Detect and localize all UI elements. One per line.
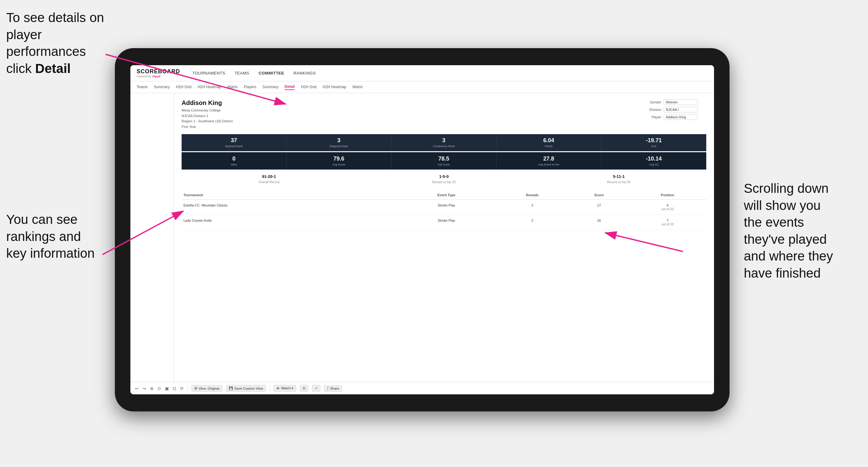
record-top25-label: Record vs top 25	[432, 180, 456, 184]
stat-label-points: Points	[498, 145, 599, 148]
col-rounds: Rounds	[495, 191, 569, 200]
record-top50-value: 5-11-1	[531, 174, 706, 179]
stat-label-wins: Wins	[183, 163, 285, 166]
record-top25: 1-5-0 Record vs top 25	[356, 174, 531, 184]
stats-row-1: 37 National Rank 3 Regional Rank 3 Confe…	[182, 134, 706, 151]
stat-avg-par: 27.8 Avg Score to Par	[496, 152, 601, 169]
stat-value-points: 6.04	[498, 137, 599, 144]
stat-value-avg-sg: -10.14	[603, 156, 705, 162]
rounds-1: 2	[495, 199, 569, 215]
stat-value-regional: 3	[288, 137, 390, 144]
subnav-matrix[interactable]: Matrix	[227, 85, 238, 90]
score-2: 16	[569, 215, 629, 230]
subnav-h2h-heatmap2[interactable]: H2H Heatmap	[322, 85, 346, 90]
stat-adj-score: 78.5 Adj Score	[392, 152, 496, 169]
stat-label-adj-score: Adj Score	[393, 163, 495, 166]
view-icon: ⊞	[194, 386, 197, 390]
stat-avg-sg: -10.14 Avg SG	[601, 152, 706, 169]
save-custom-view-button[interactable]: 💾 Save Custom View	[226, 385, 266, 392]
player-select[interactable]: Addison King	[664, 114, 698, 120]
top-navigation: SCOREBOARD Powered by clippd TOURNAMENTS…	[130, 65, 714, 81]
table-row: Lady Coyote Invite Stroke Play 2 16 7 ou…	[182, 215, 706, 230]
player-year: First Year	[182, 124, 232, 130]
rounds-2: 2	[495, 215, 569, 230]
main-panel: Addison King Mesa Community College NJCA…	[174, 93, 714, 382]
record-overall-value: 91-20-1	[182, 174, 356, 179]
logo-powered: Powered by clippd	[136, 75, 180, 78]
grid-icon[interactable]: ▣	[165, 386, 169, 391]
toolbar-sep-1	[187, 385, 188, 392]
zoom-icon[interactable]: ⊙	[157, 386, 161, 391]
stat-regional-rank: 3 Regional Rank	[286, 134, 392, 151]
bottom-toolbar: ↩ ↪ ⊕ ⊙ ▣ ⊡ ⟳ ⊞ View: Original 💾 Save Cu…	[130, 382, 714, 394]
share-button[interactable]: ⤴ Share	[324, 385, 342, 392]
stat-label-avg-score: Avg Score	[288, 163, 390, 166]
layout-icon[interactable]: ⊡	[173, 386, 176, 391]
record-overall-label: Overall Record	[258, 180, 279, 184]
score-1: 17	[569, 199, 629, 215]
tournament-table: Tournament Event Type Rounds Score Posit…	[182, 191, 706, 230]
records-row: 91-20-1 Overall Record 1-5-0 Record vs t…	[182, 174, 706, 184]
sub-navigation: Teams Summary H2H Grid H2H Heatmap Matri…	[130, 81, 714, 93]
position-2: 7 out of 20	[629, 215, 707, 230]
nav-tournaments[interactable]: TOURNAMENTS	[192, 71, 225, 75]
position-1: 4 out of 20	[629, 199, 707, 215]
subnav-players[interactable]: Players	[244, 85, 256, 90]
subnav-teams[interactable]: Teams	[136, 85, 148, 90]
stat-label-avg-par: Avg Score to Par	[498, 163, 599, 166]
division-select[interactable]: NJCAA I NJCAA II	[664, 107, 698, 113]
col-tournament: Tournament	[182, 191, 398, 200]
watch-button[interactable]: 👁 Watch ▾	[274, 385, 296, 392]
col-event-type: Event Type	[398, 191, 495, 200]
undo-icon[interactable]: ↩	[135, 386, 139, 391]
stat-value-national: 37	[183, 137, 285, 144]
logo-clippd: clippd	[152, 75, 160, 78]
subnav-matrix2[interactable]: Matrix	[353, 85, 363, 90]
subnav-summary[interactable]: Summary	[154, 85, 169, 90]
view-original-button[interactable]: ⊞ View: Original	[191, 385, 222, 392]
player-region: Region 1 - Southwest (18) District	[182, 119, 232, 124]
expand-button[interactable]: ⤢	[312, 385, 320, 392]
redo-icon[interactable]: ↪	[143, 386, 146, 391]
player-college: Mesa Community College	[182, 108, 232, 113]
refresh-icon[interactable]: ⊕	[150, 386, 154, 391]
player-control: Player Addison King	[644, 114, 706, 120]
record-top50-label: Record vs top 50	[607, 180, 631, 184]
main-nav: TOURNAMENTS TEAMS COMMITTEE RANKINGS	[192, 71, 316, 75]
screen-button[interactable]: ⊡	[300, 385, 308, 392]
subnav-summary2[interactable]: Summary	[262, 85, 278, 90]
tablet-screen: SCOREBOARD Powered by clippd TOURNAMENTS…	[130, 65, 714, 394]
nav-teams[interactable]: TEAMS	[235, 71, 249, 75]
event-type-2: Stroke Play	[398, 215, 495, 230]
player-division: NJCAA Division 1	[182, 113, 232, 119]
toolbar-sep-2	[270, 385, 270, 392]
tournament-name-1: Estella CC- Mountain Classic	[182, 199, 398, 215]
player-label: Player	[644, 115, 661, 119]
subnav-h2h-heatmap[interactable]: H2H Heatmap	[198, 85, 221, 90]
player-name: Addison King	[182, 99, 232, 106]
stat-label-sos: SoS	[603, 145, 705, 148]
subnav-detail[interactable]: Detail	[285, 85, 295, 90]
stat-value-adj-score: 78.5	[393, 156, 495, 162]
player-info: Addison King Mesa Community College NJCA…	[182, 99, 232, 129]
stat-label-avg-sg: Avg SG	[603, 163, 705, 166]
watch-icon: 👁	[276, 386, 280, 390]
gender-label: Gender	[644, 100, 661, 104]
annotation-top-left: To see details on player performances cl…	[6, 9, 124, 77]
stat-avg-score: 79.6 Avg Score	[286, 152, 392, 169]
gender-select[interactable]: Women Men	[664, 99, 698, 105]
division-control: Division NJCAA I NJCAA II	[644, 107, 706, 113]
nav-rankings[interactable]: RANKINGS	[293, 71, 316, 75]
logo-title: SCOREBOARD	[136, 68, 180, 75]
subnav-h2h-grid[interactable]: H2H Grid	[176, 85, 191, 90]
tablet-device: SCOREBOARD Powered by clippd TOURNAMENTS…	[115, 48, 730, 411]
stat-value-wins: 0	[183, 156, 285, 162]
nav-committee[interactable]: COMMITTEE	[258, 71, 284, 75]
logo-area: SCOREBOARD Powered by clippd	[136, 68, 180, 78]
record-top25-value: 1-5-0	[356, 174, 531, 179]
stat-label-regional: Regional Rank	[288, 145, 390, 148]
subnav-h2h-grid2[interactable]: H2H Grid	[301, 85, 316, 90]
left-sidebar	[130, 93, 174, 382]
clock-icon[interactable]: ⟳	[180, 386, 184, 391]
stat-points: 6.04 Points	[496, 134, 601, 151]
